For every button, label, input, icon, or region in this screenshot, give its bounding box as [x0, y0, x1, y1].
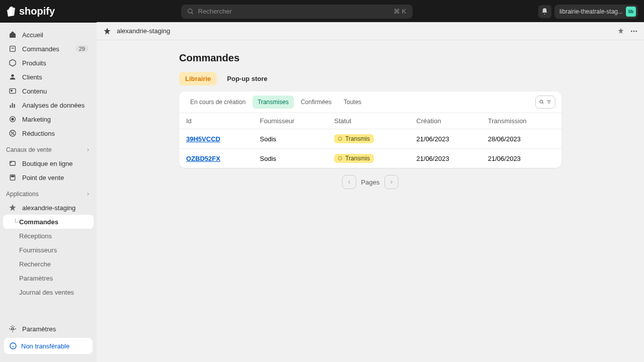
subnav-item-parametres[interactable]: Paramètres: [3, 271, 94, 285]
alert-text: Non transférable: [21, 342, 69, 350]
sidebar-item-label: Produits: [22, 59, 46, 67]
svg-point-24: [631, 30, 632, 32]
col-supplier: Fournisseur: [253, 113, 328, 129]
pagination-label: Pages: [361, 178, 380, 186]
filter-tab-encours[interactable]: En cours de création: [185, 96, 251, 109]
order-link[interactable]: OZBD52FX: [186, 155, 220, 162]
chevron-right-icon: [86, 147, 91, 152]
store-avatar: lib: [626, 7, 636, 17]
store-tab-librairie[interactable]: Librairie: [179, 72, 217, 85]
pagination: Pages: [179, 168, 561, 196]
search-icon: [187, 8, 194, 15]
filter-tab-confirmees[interactable]: Confirmées: [296, 96, 337, 109]
customers-icon: [8, 72, 17, 81]
sidebar-item-label: Point de vente: [22, 174, 64, 182]
sidebar-item-analytics[interactable]: Analyses de données: [3, 98, 94, 112]
app-icon: [8, 203, 17, 212]
svg-point-26: [635, 30, 637, 32]
sidebar-item-label: Contenu: [22, 87, 47, 95]
search-filter-button[interactable]: [535, 96, 555, 109]
home-icon: [8, 30, 17, 39]
cell-transmitted: 21/06/2023: [481, 149, 561, 168]
sidebar-item-label: alexandrie-staging: [22, 204, 75, 212]
sidebar-item-settings[interactable]: Paramètres: [3, 322, 94, 336]
svg-point-11: [12, 118, 14, 120]
sidebar-item-customers[interactable]: Clients: [3, 70, 94, 84]
subnav-item-receptions[interactable]: Réceptions: [3, 229, 94, 243]
svg-rect-9: [14, 104, 15, 108]
chevron-right-icon: [86, 192, 91, 197]
pos-icon: [8, 173, 17, 182]
sidebar-item-orders[interactable]: Commandes 29: [3, 42, 94, 56]
store-tab-popup[interactable]: Pop-up store: [221, 72, 273, 85]
discounts-icon: [8, 129, 17, 138]
col-created: Création: [410, 113, 481, 129]
page-next-button[interactable]: [384, 175, 398, 189]
channels-section-header[interactable]: Canaux de vente: [0, 140, 97, 156]
search-input[interactable]: Rechercher ⌘ K: [181, 5, 413, 19]
marketing-icon: [8, 115, 17, 124]
analytics-icon: [8, 101, 17, 110]
info-icon: [9, 342, 17, 350]
sidebar-item-label: Réductions: [22, 130, 55, 137]
store-switcher[interactable]: librairie-theatrale-stag... lib: [554, 5, 638, 19]
filter-tab-toutes[interactable]: Toutes: [339, 96, 366, 109]
sidebar-item-content[interactable]: Contenu: [3, 84, 94, 98]
col-transmitted: Transmission: [481, 113, 561, 129]
sidebar-item-app-alexandrie[interactable]: alexandrie-staging: [3, 201, 94, 215]
page-title: Commandes: [179, 52, 561, 64]
svg-rect-19: [11, 176, 14, 177]
pin-button[interactable]: [617, 27, 625, 35]
sidebar-item-marketing[interactable]: Marketing: [3, 112, 94, 126]
cell-created: 21/06/2023: [410, 129, 481, 149]
subnav-item-journal[interactable]: Journal des ventes: [3, 285, 94, 299]
col-id: Id: [179, 113, 253, 129]
app-name: alexandrie-staging: [117, 27, 170, 35]
sidebar-item-pos[interactable]: Point de vente: [3, 170, 94, 185]
cell-supplier: Sodis: [253, 129, 328, 149]
sidebar-item-discounts[interactable]: Réductions: [3, 126, 94, 140]
sidebar-item-label: Clients: [22, 73, 42, 81]
page-prev-button[interactable]: [342, 175, 356, 189]
subnav-item-commandes[interactable]: └ Commandes: [3, 215, 94, 229]
svg-point-4: [11, 74, 14, 77]
subnav-label: Recherche: [19, 260, 51, 268]
subnav-label: Paramètres: [19, 275, 53, 282]
svg-point-6: [11, 90, 13, 92]
apps-section-header[interactable]: Applications: [0, 185, 97, 201]
orders-icon: [8, 44, 17, 53]
sidebar-item-label: Marketing: [22, 116, 51, 123]
sidebar-item-home[interactable]: Accueil: [3, 28, 94, 42]
svg-point-25: [633, 30, 635, 32]
gear-icon: [8, 324, 17, 333]
svg-rect-5: [10, 88, 16, 93]
order-link[interactable]: 39H5VCCD: [186, 135, 220, 143]
online-store-icon: [8, 159, 17, 168]
store-name: librairie-theatrale-stag...: [559, 8, 623, 15]
cell-transmitted: 28/06/2023: [481, 129, 561, 149]
sidebar-item-online-store[interactable]: Boutique en ligne: [3, 156, 94, 170]
subnav-label: Commandes: [19, 218, 58, 226]
non-transferable-alert[interactable]: Non transférable: [4, 338, 93, 354]
svg-line-1: [191, 12, 193, 14]
search-shortcut: ⌘ K: [393, 8, 406, 15]
status-badge: Transmis: [334, 134, 374, 143]
more-button[interactable]: [630, 27, 638, 35]
sidebar-item-label: Accueil: [22, 31, 43, 39]
subnav-label: Fournisseurs: [19, 246, 57, 254]
app-icon: [103, 27, 112, 36]
svg-point-14: [11, 132, 12, 132]
filter-tab-transmises[interactable]: Transmises: [253, 96, 294, 109]
svg-rect-2: [10, 46, 16, 52]
shopify-logo[interactable]: shopify: [6, 6, 55, 17]
content-icon: [8, 86, 17, 96]
subnav-item-recherche[interactable]: Recherche: [3, 257, 94, 271]
table-row[interactable]: 39H5VCCD Sodis Transmis 21/06/2023 28/06…: [179, 129, 561, 149]
svg-line-28: [542, 103, 544, 104]
svg-rect-7: [10, 105, 11, 108]
notifications-button[interactable]: [538, 5, 551, 18]
subnav-item-fournisseurs[interactable]: Fournisseurs: [3, 243, 94, 257]
table-row[interactable]: OZBD52FX Sodis Transmis 21/06/2023 21/06…: [179, 149, 561, 168]
sidebar: Accueil Commandes 29 Produits Clients Co…: [0, 23, 97, 362]
sidebar-item-products[interactable]: Produits: [3, 56, 94, 70]
